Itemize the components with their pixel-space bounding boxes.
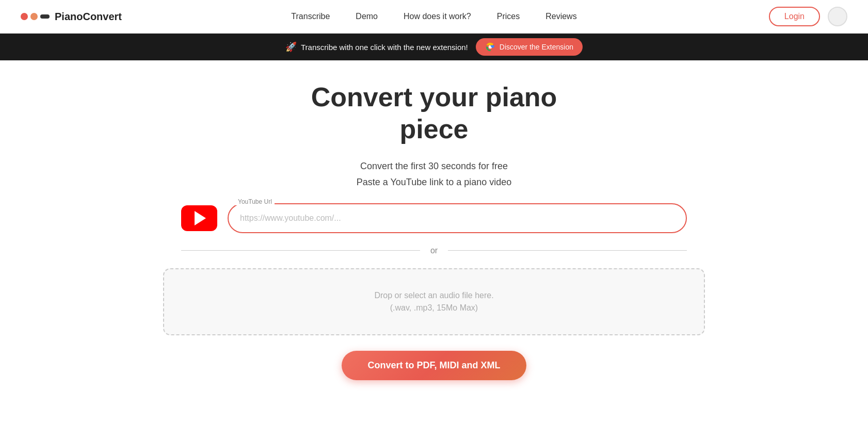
nav-reviews[interactable]: Reviews bbox=[545, 12, 576, 21]
subtitle-free: Convert the first 30 seconds for free bbox=[360, 161, 508, 172]
announcement-bar: 🚀 Transcribe with one click with the new… bbox=[0, 34, 868, 60]
dot-red bbox=[21, 13, 28, 20]
navbar-right: Login bbox=[769, 7, 847, 26]
youtube-logo bbox=[181, 205, 217, 231]
divider-line-right bbox=[448, 250, 687, 251]
nav-how-it-works[interactable]: How does it work? bbox=[404, 12, 471, 21]
dot-dark bbox=[40, 14, 50, 19]
avatar bbox=[828, 7, 847, 26]
url-input-section: YouTube Url bbox=[181, 203, 687, 233]
announcement-label: Transcribe with one click with the new e… bbox=[301, 43, 468, 52]
youtube-url-input[interactable] bbox=[228, 203, 687, 233]
file-dropzone[interactable]: Drop or select an audio file here. (.wav… bbox=[163, 268, 705, 335]
divider-row: or bbox=[181, 246, 687, 255]
main-content: Convert your piano piece Convert the fir… bbox=[0, 60, 868, 396]
logo-area: PianoConvert bbox=[21, 11, 122, 23]
convert-button[interactable]: Convert to PDF, MIDI and XML bbox=[342, 351, 526, 380]
input-wrapper: YouTube Url bbox=[228, 203, 687, 233]
divider-line-left bbox=[181, 250, 420, 251]
nav-demo[interactable]: Demo bbox=[356, 12, 378, 21]
dot-orange bbox=[30, 13, 38, 20]
discover-btn-label: Discover the Extension bbox=[500, 43, 573, 51]
logo-dots bbox=[21, 13, 50, 20]
announcement-text: 🚀 Transcribe with one click with the new… bbox=[285, 41, 468, 53]
subtitle-paste: Paste a YouTube link to a piano video bbox=[357, 177, 512, 188]
main-nav: Transcribe Demo How does it work? Prices… bbox=[291, 12, 576, 21]
logo-text: PianoConvert bbox=[55, 11, 122, 23]
nav-transcribe[interactable]: Transcribe bbox=[291, 12, 330, 21]
youtube-play-icon bbox=[195, 211, 206, 225]
chrome-icon bbox=[485, 42, 495, 52]
page-title: Convert your piano piece bbox=[311, 81, 557, 145]
login-button[interactable]: Login bbox=[769, 7, 820, 26]
rocket-icon: 🚀 bbox=[285, 41, 297, 53]
dropzone-text-line2: (.wav, .mp3, 15Mo Max) bbox=[390, 303, 478, 313]
divider-or: or bbox=[420, 246, 448, 255]
input-label: YouTube Url bbox=[235, 198, 275, 205]
nav-prices[interactable]: Prices bbox=[497, 12, 520, 21]
discover-extension-button[interactable]: Discover the Extension bbox=[476, 38, 583, 56]
dropzone-text-line1: Drop or select an audio file here. bbox=[374, 291, 493, 300]
navbar: PianoConvert Transcribe Demo How does it… bbox=[0, 0, 868, 34]
